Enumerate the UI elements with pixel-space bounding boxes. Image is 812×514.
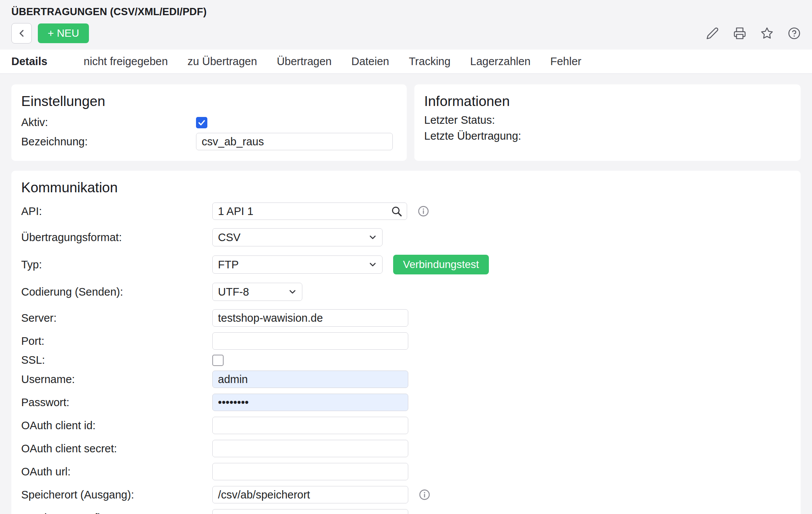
page-header: ÜBERTRAGUNGEN (CSV/XML/EDI/PDF) <box>0 0 812 19</box>
page-title: ÜBERTRAGUNGEN (CSV/XML/EDI/PDF) <box>11 6 207 17</box>
ssl-label: SSL: <box>21 354 212 366</box>
top-card-row: Einstellungen Aktiv: Bezeichnung: Inform… <box>11 84 801 161</box>
passwort-row: Passwort: <box>21 394 791 411</box>
letzte-uebertragung-label: Letzte Übertragung: <box>424 130 791 142</box>
print-button[interactable] <box>733 27 746 40</box>
content-area: Einstellungen Aktiv: Bezeichnung: Inform… <box>0 74 812 514</box>
tab-tracking[interactable]: Tracking <box>409 55 450 68</box>
kommunikation-card: Kommunikation API: Übertragungsformat: C… <box>11 171 801 514</box>
tab-bar: Details nicht freigegeben zu Übertragen … <box>0 50 812 74</box>
codierung-label: Codierung (Senden): <box>21 286 212 298</box>
tab-zu-uebertragen[interactable]: zu Übertragen <box>188 55 257 68</box>
aktiv-checkbox[interactable] <box>196 117 207 128</box>
bezeichnung-row: Bezeichnung: <box>21 133 397 150</box>
ssl-checkbox[interactable] <box>212 355 224 366</box>
info-icon[interactable] <box>419 489 430 500</box>
uebertragungsformat-row: Übertragungsformat: CSV <box>21 228 791 246</box>
pencil-icon <box>706 27 719 40</box>
speicherort-ausgang-label: Speicherort (Ausgang): <box>21 489 212 501</box>
port-label: Port: <box>21 335 212 347</box>
port-input[interactable] <box>212 332 408 350</box>
bezeichnung-input[interactable] <box>196 133 393 150</box>
api-row: API: <box>21 202 791 220</box>
verbindungstest-button[interactable]: Verbindungstest <box>393 255 489 274</box>
magnifier-icon[interactable] <box>390 205 403 217</box>
oauth-client-id-label: OAuth client id: <box>21 419 212 432</box>
typ-row: Typ: FTP Verbindungstest <box>21 255 791 274</box>
tab-fehler[interactable]: Fehler <box>550 55 581 68</box>
toolbar: + NEU <box>0 19 812 50</box>
check-icon <box>197 118 206 127</box>
info-icon[interactable] <box>418 206 429 217</box>
tab-nicht-freigegeben[interactable]: nicht freigegeben <box>84 55 168 68</box>
tab-dateien[interactable]: Dateien <box>351 55 389 68</box>
typ-label: Typ: <box>21 259 212 271</box>
select-value: CSV <box>218 231 241 244</box>
uebertragungsformat-select[interactable]: CSV <box>212 228 383 246</box>
toolbar-actions <box>706 27 801 40</box>
bezeichnung-label: Bezeichnung: <box>21 136 196 148</box>
tab-uebertragen[interactable]: Übertragen <box>277 55 331 68</box>
aktiv-row: Aktiv: <box>21 116 397 129</box>
dateiname-prefix-row: Dateiname Prefix: <box>21 509 791 514</box>
port-row: Port: <box>21 332 791 350</box>
help-button[interactable] <box>788 27 801 40</box>
back-button[interactable] <box>11 23 32 44</box>
favorite-button[interactable] <box>761 27 773 40</box>
select-value: FTP <box>218 259 239 271</box>
star-icon <box>761 27 773 40</box>
codierung-row: Codierung (Senden): UTF-8 <box>21 283 791 301</box>
api-label: API: <box>21 205 212 218</box>
server-label: Server: <box>21 312 212 324</box>
oauth-client-secret-row: OAuth client secret: <box>21 440 791 457</box>
ssl-row: SSL: <box>21 354 791 366</box>
select-value: UTF-8 <box>218 286 249 298</box>
oauth-url-label: OAuth url: <box>21 466 212 478</box>
speicherort-ausgang-input[interactable] <box>212 486 408 503</box>
kommunikation-title: Kommunikation <box>21 180 791 196</box>
username-input[interactable] <box>212 371 408 388</box>
oauth-client-secret-label: OAuth client secret: <box>21 442 212 455</box>
dateiname-prefix-input[interactable] <box>212 509 408 514</box>
passwort-label: Passwort: <box>21 396 212 409</box>
chevron-down-icon <box>368 260 378 269</box>
username-row: Username: <box>21 371 791 388</box>
speicherort-ausgang-row: Speicherort (Ausgang): <box>21 486 791 503</box>
chevron-left-icon <box>16 28 27 39</box>
server-row: Server: <box>21 309 791 327</box>
einstellungen-title: Einstellungen <box>21 93 397 109</box>
edit-button[interactable] <box>706 27 719 40</box>
server-input[interactable] <box>212 309 408 327</box>
oauth-url-input[interactable] <box>212 463 408 480</box>
dateiname-prefix-label: Dateiname Prefix: <box>21 512 212 514</box>
einstellungen-card: Einstellungen Aktiv: Bezeichnung: <box>11 84 407 161</box>
api-input[interactable] <box>212 202 407 220</box>
informationen-card: Informationen Letzter Status: Letzte Übe… <box>414 84 801 161</box>
oauth-client-id-input[interactable] <box>212 417 408 434</box>
chevron-down-icon <box>368 232 378 242</box>
aktiv-label: Aktiv: <box>21 116 196 129</box>
uebertragungsformat-label: Übertragungsformat: <box>21 231 212 244</box>
oauth-client-secret-input[interactable] <box>212 440 408 457</box>
informationen-title: Informationen <box>424 93 791 109</box>
printer-icon <box>733 27 746 40</box>
tab-details[interactable]: Details <box>11 55 47 68</box>
new-button[interactable]: + NEU <box>38 23 89 43</box>
typ-select[interactable]: FTP <box>212 255 383 274</box>
username-label: Username: <box>21 373 212 386</box>
codierung-select[interactable]: UTF-8 <box>212 283 302 301</box>
chevron-down-icon <box>288 287 297 297</box>
passwort-input[interactable] <box>212 394 408 411</box>
tab-lagerzahlen[interactable]: Lagerzahlen <box>470 55 531 68</box>
oauth-client-id-row: OAuth client id: <box>21 417 791 434</box>
question-circle-icon <box>788 27 801 40</box>
letzter-status-label: Letzter Status: <box>424 114 791 126</box>
oauth-url-row: OAuth url: <box>21 463 791 480</box>
